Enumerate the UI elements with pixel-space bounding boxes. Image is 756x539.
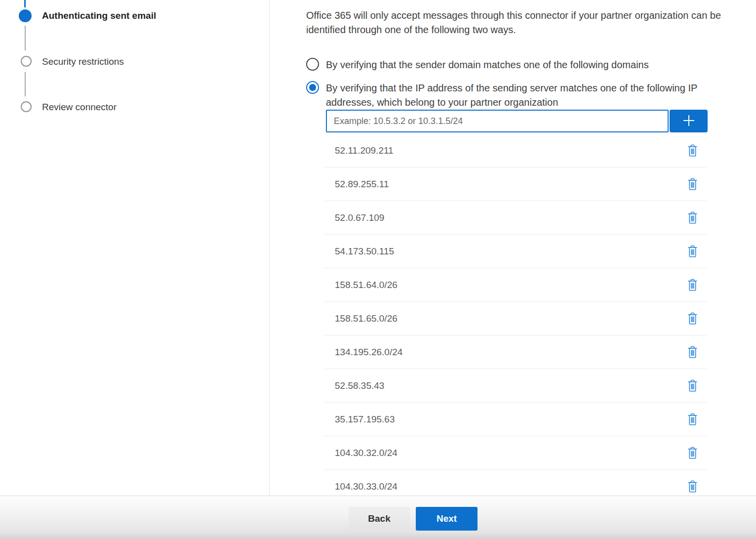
trash-icon [687,386,698,394]
stepper-connector-line [25,26,26,50]
trash-icon [687,353,698,360]
trash-icon [687,151,698,159]
step-security-restrictions: Security restrictions [42,56,124,67]
ip-address-list: 52.11.209.211 52.89.255.11 52.0.67.109 5… [325,133,707,503]
ip-address-value: 35.157.195.63 [335,414,395,425]
trash-icon [687,420,698,427]
delete-ip-button[interactable] [685,479,700,494]
trash-icon [687,319,698,327]
ip-address-input[interactable] [326,110,669,132]
trash-icon [687,487,698,495]
step-authenticating-sent-email: Authenticating sent email [42,10,156,21]
ip-address-value: 52.89.255.11 [335,179,389,190]
ip-list-item: 158.51.64.0/26 [325,268,707,302]
add-ip-button[interactable] [670,110,708,132]
ip-address-value: 52.0.67.109 [335,212,384,223]
ip-list-item: 52.89.255.11 [325,167,707,201]
radio-selected-icon [306,81,319,94]
ip-list-item: 104.30.32.0/24 [325,436,707,470]
ip-address-value: 158.51.64.0/26 [335,280,398,290]
delete-ip-button[interactable] [685,378,700,393]
radio-option-ip-address[interactable]: By verifying that the IP address of the … [306,81,716,110]
ip-entry-row [326,110,708,132]
ip-list-item: 35.157.195.63 [325,403,707,436]
plus-icon [681,113,696,129]
step-upcoming-circle-icon [21,56,32,67]
ip-address-value: 158.51.65.0/26 [335,313,398,324]
delete-ip-button[interactable] [685,412,700,427]
step-current-circle-icon [19,9,32,22]
ip-address-value: 104.30.32.0/24 [335,448,398,458]
delete-ip-button[interactable] [685,244,700,259]
trash-icon [687,218,698,226]
delete-ip-button[interactable] [685,143,700,158]
trash-icon [687,454,698,461]
radio-option-label: By verifying that the IP address of the … [326,81,716,110]
wizard-footer: Back Next [0,496,756,539]
radio-unselected-icon [306,58,319,71]
authentication-settings-section: Office 365 will only accept messages thr… [306,0,756,496]
ip-list-item: 52.0.67.109 [325,201,707,235]
delete-ip-button[interactable] [685,177,700,192]
trash-icon [687,286,698,293]
radio-option-label: By verifying that the sender domain matc… [326,58,716,72]
ip-address-value: 134.195.26.0/24 [335,347,402,358]
ip-address-value: 104.30.33.0/24 [335,481,398,492]
trash-icon [687,185,698,192]
delete-ip-button[interactable] [685,278,700,292]
ip-list-item: 158.51.65.0/26 [325,302,707,335]
ip-list-item: 54.173.50.115 [325,235,707,268]
stepper-connector-previous [24,0,26,7]
page-description: Office 365 will only accept messages thr… [306,8,741,37]
delete-ip-button[interactable] [685,311,700,326]
wizard-stepper-panel: Authenticating sent email Security restr… [0,0,270,496]
ip-address-value: 52.11.209.211 [335,145,394,156]
next-button[interactable]: Next [416,507,477,531]
step-upcoming-circle-icon [21,101,32,112]
ip-list-item: 52.11.209.211 [325,134,707,167]
ip-address-value: 52.58.35.43 [335,380,384,391]
delete-ip-button[interactable] [685,345,700,360]
ip-address-value: 54.173.50.115 [335,246,394,257]
stepper-connector-line [25,72,26,96]
step-review-connector: Review connector [42,102,117,113]
delete-ip-button[interactable] [685,446,700,460]
radio-option-sender-domain[interactable]: By verifying that the sender domain matc… [306,58,716,72]
ip-list-item: 134.195.26.0/24 [325,335,707,369]
trash-icon [687,252,698,259]
ip-list-item: 52.58.35.43 [325,369,707,403]
delete-ip-button[interactable] [685,210,700,225]
back-button[interactable]: Back [349,507,410,531]
